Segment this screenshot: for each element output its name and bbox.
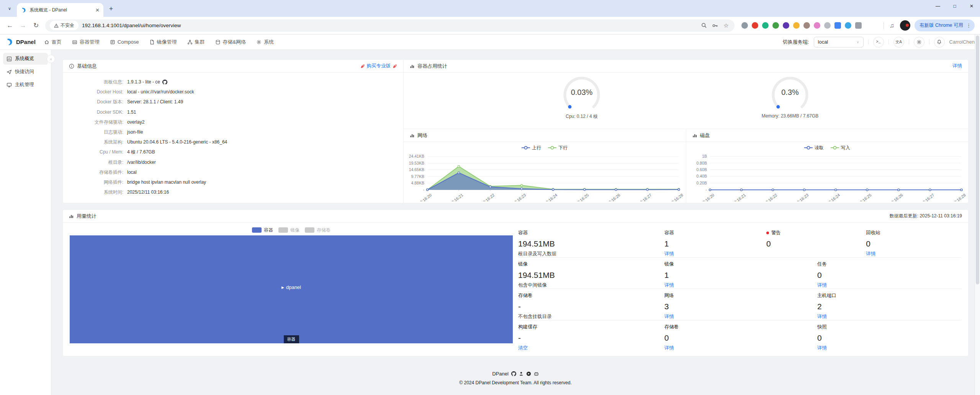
basic-info-header: 基础信息 购买专业版 bbox=[63, 60, 403, 73]
chart-plot[interactable]: 24.41KB19.53KB14.65KB9.77KB4.88KB-03:16:… bbox=[404, 152, 686, 201]
buy-pro-link[interactable]: 购买专业版 bbox=[360, 63, 398, 69]
extension-icon[interactable] bbox=[845, 22, 851, 29]
menu-item-image[interactable]: 镜像管理 bbox=[149, 39, 177, 46]
github-icon[interactable] bbox=[511, 371, 516, 376]
extension-icon[interactable] bbox=[752, 22, 758, 29]
app-brand[interactable]: DPanel bbox=[5, 38, 36, 46]
sidebar-item-quick[interactable]: 快捷访问 bbox=[3, 66, 48, 78]
username[interactable]: CarrolChen bbox=[949, 39, 975, 45]
sidebar-item-overview[interactable]: 系统概览 bbox=[3, 53, 48, 65]
treemap-legend-item[interactable]: 存储卷 bbox=[305, 227, 330, 233]
info-row-value: 4 核 / 7.67GB bbox=[127, 147, 155, 157]
legend-item[interactable]: 读取 bbox=[804, 145, 824, 151]
svg-text:03:16:22: 03:16:22 bbox=[480, 193, 495, 201]
main-content: 基础信息 购买专业版 面板信息:1.9.1.3 - lite - ceDocke… bbox=[51, 50, 980, 395]
forward-button[interactable]: → bbox=[17, 20, 29, 32]
stat-detail-link[interactable]: 详情 bbox=[664, 313, 674, 320]
stat-detail-link[interactable]: 详情 bbox=[866, 251, 875, 257]
settings-gear-icon[interactable] bbox=[914, 37, 924, 47]
extension-icon[interactable] bbox=[834, 22, 841, 29]
chart-plot[interactable]: 1B0.80B0.60B0.40B0.20B-03:16:2003:16:210… bbox=[686, 152, 969, 201]
stat-detail-link[interactable]: 清空 bbox=[518, 345, 528, 351]
menu-item-gear[interactable]: 系统 bbox=[256, 39, 274, 46]
info-row-label: Docker Host: bbox=[63, 87, 127, 97]
svg-text:03:16:21: 03:16:21 bbox=[731, 193, 746, 201]
address-bar[interactable]: 不安全 192.168.1.4:1001/dpanel/ui/home/over… bbox=[45, 20, 735, 32]
extension-icon[interactable] bbox=[793, 22, 800, 29]
browser-scrollbar[interactable] bbox=[975, 34, 980, 395]
legend-item[interactable]: 下行 bbox=[548, 145, 568, 151]
stat-detail-link[interactable]: 详情 bbox=[817, 345, 827, 351]
legend-item[interactable]: 写入 bbox=[831, 145, 850, 151]
info-row-label: Docker 版本: bbox=[63, 97, 127, 107]
usage-card: 用量统计 数据最后更新: 2025-12-11 03:16:19 容器镜像存储卷… bbox=[62, 209, 969, 356]
info-row-label: 根目录: bbox=[63, 157, 127, 167]
stat-detail-link[interactable]: 详情 bbox=[817, 282, 827, 289]
menu-item-storage[interactable]: 存储&网络 bbox=[215, 39, 246, 46]
bot-icon[interactable] bbox=[534, 371, 539, 376]
extension-icon[interactable] bbox=[741, 22, 748, 29]
stat-detail-link[interactable]: 详情 bbox=[664, 345, 674, 351]
community-icon[interactable] bbox=[519, 371, 524, 376]
extension-icon[interactable] bbox=[814, 22, 820, 29]
terminal-icon[interactable]: >_ bbox=[873, 37, 884, 47]
extension-icon[interactable] bbox=[772, 22, 779, 29]
svg-text:03:16:28: 03:16:28 bbox=[669, 193, 684, 201]
zoom-icon[interactable] bbox=[700, 23, 708, 28]
treemap-node[interactable]: ▶ dpanel bbox=[281, 284, 301, 290]
treemap-legend-item[interactable]: 镜像 bbox=[278, 227, 299, 233]
media-controls-icon[interactable]: ♫ bbox=[888, 22, 896, 29]
tab-search-button[interactable]: ∨ bbox=[5, 3, 15, 13]
extension-icon[interactable] bbox=[855, 22, 862, 29]
menu-item-cluster[interactable]: 集群 bbox=[187, 39, 205, 46]
menu-item-compose[interactable]: Compose bbox=[110, 39, 139, 46]
chrome-update-button[interactable]: 有新版 Chrome 可用 ⋮ bbox=[915, 20, 975, 31]
info-row-value: bridge host ipvlan macvlan null overlay bbox=[127, 177, 206, 187]
stat-detail-link[interactable]: 详情 bbox=[664, 282, 674, 289]
extension-icon[interactable] bbox=[783, 22, 789, 29]
bookmark-star-icon[interactable]: ☆ bbox=[722, 22, 730, 29]
gauge-label: Cpu: 0.12 / 4 核 bbox=[566, 113, 598, 120]
stat-label-text: 镜像 bbox=[518, 261, 528, 268]
container-stats-detail-link[interactable]: 详情 bbox=[952, 63, 962, 69]
info-row: 根目录:/var/lib/docker bbox=[63, 157, 396, 167]
extension-icon[interactable] bbox=[824, 22, 831, 29]
treemap-breadcrumb[interactable]: 容器 bbox=[284, 335, 299, 343]
basic-info-list: 面板信息:1.9.1.3 - lite - ceDocker Host:loca… bbox=[63, 73, 403, 197]
menu-item-container[interactable]: 容器管理 bbox=[72, 39, 100, 46]
server-select[interactable]: local ∨ bbox=[814, 37, 864, 47]
extension-icon[interactable] bbox=[803, 22, 810, 29]
extension-icon[interactable] bbox=[762, 22, 769, 29]
sidebar-collapse-button[interactable]: ‹ bbox=[47, 55, 55, 63]
storage-icon bbox=[215, 39, 221, 45]
window-maximize-button[interactable]: □ bbox=[946, 0, 963, 12]
stat-detail-link[interactable]: 详情 bbox=[664, 251, 674, 257]
treemap-chart[interactable]: ▶ dpanel 容器 bbox=[70, 235, 513, 343]
back-button[interactable]: ← bbox=[4, 20, 16, 32]
docker-hub-icon[interactable] bbox=[526, 371, 531, 376]
notification-bell-icon[interactable] bbox=[934, 37, 945, 47]
new-tab-button[interactable]: + bbox=[106, 3, 116, 14]
menu-item-label: 首页 bbox=[52, 39, 62, 46]
stat-label-text: 存储卷 bbox=[518, 292, 533, 299]
browser-tab[interactable]: 系统概览 - DPanel ✕ bbox=[17, 3, 103, 17]
legend-item[interactable]: 上行 bbox=[522, 145, 541, 151]
github-icon[interactable] bbox=[162, 80, 167, 85]
treemap-legend-item[interactable]: 容器 bbox=[252, 227, 273, 233]
sidebar-item-host[interactable]: 主机管理 bbox=[3, 79, 48, 91]
tab-close-icon[interactable]: ✕ bbox=[95, 7, 100, 13]
info-row: Docker SDK:1.51 bbox=[63, 107, 396, 117]
profile-avatar[interactable] bbox=[900, 20, 910, 31]
home-icon bbox=[44, 39, 49, 45]
reload-button[interactable]: ↻ bbox=[30, 20, 42, 32]
browser-menu-icon[interactable]: ⋮ bbox=[966, 23, 972, 28]
window-minimize-button[interactable]: — bbox=[929, 0, 946, 12]
stat-detail-link[interactable]: 详情 bbox=[817, 313, 827, 320]
translate-icon[interactable]: 文A bbox=[893, 37, 904, 47]
menu-item-label: 存储&网络 bbox=[223, 39, 246, 46]
window-close-button[interactable]: ✕ bbox=[963, 0, 980, 12]
menu-item-home[interactable]: 首页 bbox=[44, 39, 62, 46]
password-key-icon[interactable] bbox=[711, 23, 719, 29]
scrollbar-thumb[interactable] bbox=[976, 36, 979, 284]
security-chip[interactable]: 不安全 bbox=[50, 21, 79, 30]
